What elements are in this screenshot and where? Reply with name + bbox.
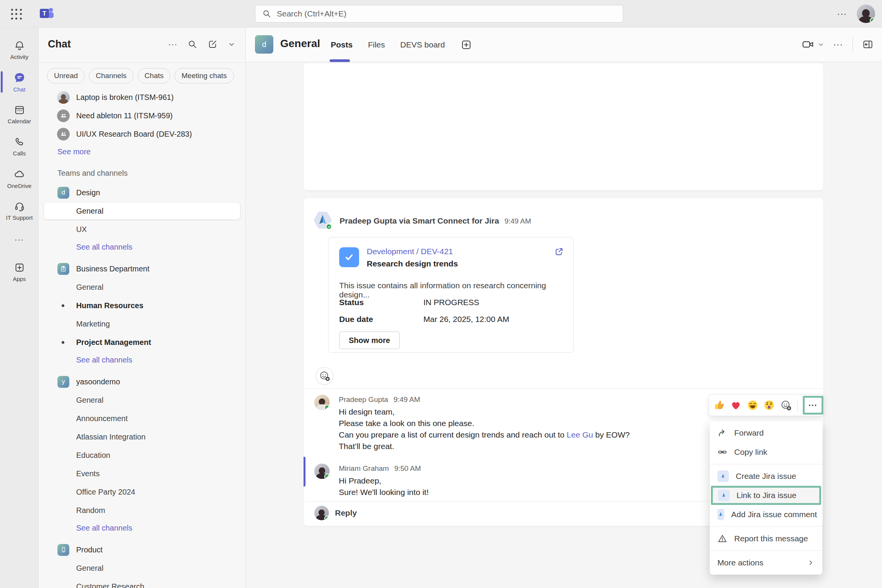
rail-item-it-support[interactable]: IT Support (0, 194, 39, 227)
warning-icon (717, 534, 727, 544)
main-panel: d General Posts Files DEVS board ∙∙∙ (246, 28, 882, 588)
reply-author-row: Pradeep Gupta 9:49 AM (339, 395, 420, 404)
see-more-link[interactable]: See more (39, 143, 245, 160)
team-item-business-department[interactable]: Business Department (39, 260, 245, 278)
rail-item-calendar[interactable]: Calendar (0, 98, 39, 130)
see-all-channels-link[interactable]: See all channels (39, 238, 245, 256)
search-icon (262, 9, 271, 18)
channel-item[interactable]: Random (39, 501, 245, 519)
reply-author-row: Miriam Graham 9:50 AM (339, 464, 421, 473)
see-all-channels-link[interactable]: See all channels (39, 519, 245, 537)
due-date-value: Mar 26, 2025, 12:00 AM (423, 315, 509, 323)
rail-item-calls[interactable]: Calls (0, 130, 39, 162)
status-value: IN PROGRESS (423, 298, 479, 307)
chevron-down-icon[interactable] (228, 41, 235, 48)
chat-filter-more-button[interactable]: ∙∙∙ (168, 39, 178, 49)
mention-link[interactable]: Lee Gu (567, 430, 593, 439)
menu-item-link-to-jira-issue[interactable]: Link to Jira issue (711, 486, 821, 505)
reply-message: Hi design team, Please take a look on th… (339, 406, 630, 452)
search-placeholder: Search (Ctrl+Alt+E) (277, 9, 346, 18)
team-item-yasoondemo[interactable]: y yasoondemo (39, 372, 245, 391)
filter-unread[interactable]: Unread (47, 68, 85, 83)
channel-item[interactable]: Customer Research (39, 577, 245, 588)
search-input[interactable]: Search (Ctrl+Alt+E) (255, 5, 623, 23)
presence-available-icon (324, 474, 330, 479)
meet-button[interactable] (802, 38, 824, 51)
tab-files[interactable]: Files (368, 40, 385, 49)
team-item-design[interactable]: d Design (39, 183, 245, 202)
rail-item-onedrive[interactable]: OneDrive (0, 162, 39, 194)
menu-item-more-actions[interactable]: More actions (710, 553, 822, 572)
jira-issue-card: Development / DEV-421 Research design tr… (328, 237, 574, 353)
jira-icon (717, 509, 724, 520)
channel-item[interactable]: Office Party 2024 (39, 483, 245, 501)
menu-item-report-this-message[interactable]: Report this message (710, 529, 822, 548)
chat-item[interactable]: Need ableton 11 (ITSM-959) (39, 106, 245, 125)
message-more-options-button[interactable]: ∙∙∙ (803, 396, 823, 415)
filter-chats[interactable]: Chats (138, 68, 171, 83)
jira-task-icon (339, 247, 359, 267)
open-in-jira-icon[interactable] (554, 247, 564, 257)
channel-item[interactable]: Events (39, 464, 245, 483)
teams-and-channels-header: Teams and channels (39, 163, 245, 183)
menu-item-copy-link[interactable]: Copy link (710, 443, 822, 462)
channel-item-unread[interactable]: Human Resources (39, 296, 245, 315)
heart-reaction[interactable] (730, 399, 742, 412)
channel-item[interactable]: General (39, 278, 245, 296)
laughing-reaction[interactable] (747, 399, 758, 412)
rail-item-apps[interactable]: Apps (0, 256, 39, 288)
chevron-down-icon (818, 41, 824, 48)
apps-plus-icon (14, 262, 25, 273)
chat-item[interactable]: Laptop is broken (ITSM-961) (39, 88, 245, 106)
topbar-more-button[interactable]: ∙∙∙ (834, 7, 851, 21)
channel-item[interactable]: Announcement (39, 409, 245, 428)
rail-item-chat[interactable]: Chat (0, 66, 39, 98)
reply-author: Miriam Graham (339, 464, 389, 473)
filter-meeting-chats[interactable]: Meeting chats (175, 68, 234, 83)
channel-item-general-selected[interactable]: General (39, 202, 245, 220)
chat-search-icon[interactable] (188, 39, 198, 49)
menu-item-forward[interactable]: Forward (710, 423, 822, 443)
emoji-add-icon (319, 370, 330, 382)
channel-avatar: d (255, 35, 273, 54)
channel-item-unread[interactable]: Project Management (39, 333, 245, 351)
app-launcher-icon[interactable] (10, 8, 23, 21)
phone-icon (14, 136, 25, 148)
jira-issue-key-link[interactable]: Development / DEV-421 (367, 247, 453, 256)
open-pane-icon[interactable] (862, 39, 874, 50)
menu-item-create-jira-issue[interactable]: Create Jira issue (710, 467, 822, 486)
channel-header: d General Posts Files DEVS board ∙∙∙ (246, 28, 882, 62)
channel-more-button[interactable]: ∙∙∙ (833, 39, 843, 50)
link-icon (717, 447, 727, 457)
add-tab-icon[interactable] (460, 39, 472, 51)
bot-post-author: Pradeep Gupta via Smart Connect for Jira (340, 216, 499, 225)
channel-item[interactable]: Education (39, 446, 245, 464)
rail-item-activity[interactable]: Activity (0, 34, 39, 66)
channel-item[interactable]: General (39, 391, 245, 409)
show-more-button[interactable]: Show more (339, 332, 400, 349)
more-reactions-icon[interactable] (780, 399, 792, 412)
reply-button[interactable]: Reply (314, 506, 357, 520)
add-reaction-button[interactable] (316, 367, 333, 385)
see-all-channels-link[interactable]: See all channels (39, 351, 245, 369)
chat-item[interactable]: UI/UX Research Board (DEV-283) (39, 125, 245, 143)
reply-author: Pradeep Gupta (339, 395, 388, 404)
channel-item[interactable]: Marketing (39, 315, 245, 333)
thumbs-up-reaction[interactable] (714, 399, 725, 412)
channel-item[interactable]: General (39, 559, 245, 577)
reaction-bar: ∙∙∙ (709, 394, 824, 416)
jira-issue-description: This issue contains all information on r… (339, 281, 573, 299)
channel-item-ux[interactable]: UX (39, 220, 245, 238)
tab-devs-board[interactable]: DEVS board (400, 40, 445, 49)
new-chat-icon[interactable] (207, 39, 218, 49)
surprised-reaction[interactable] (763, 399, 775, 412)
channel-item[interactable]: Atlassian Integration (39, 428, 245, 446)
team-item-product[interactable]: Product (39, 541, 245, 559)
tab-posts[interactable]: Posts (331, 40, 353, 49)
rail-more-button[interactable]: ∙∙∙ (0, 230, 39, 250)
chat-avatar (57, 91, 70, 104)
user-avatar[interactable] (857, 5, 875, 23)
menu-item-add-jira-issue-comment[interactable]: Add Jira issue comment (710, 505, 822, 524)
unread-marker (304, 457, 305, 487)
filter-channels[interactable]: Channels (89, 68, 133, 83)
